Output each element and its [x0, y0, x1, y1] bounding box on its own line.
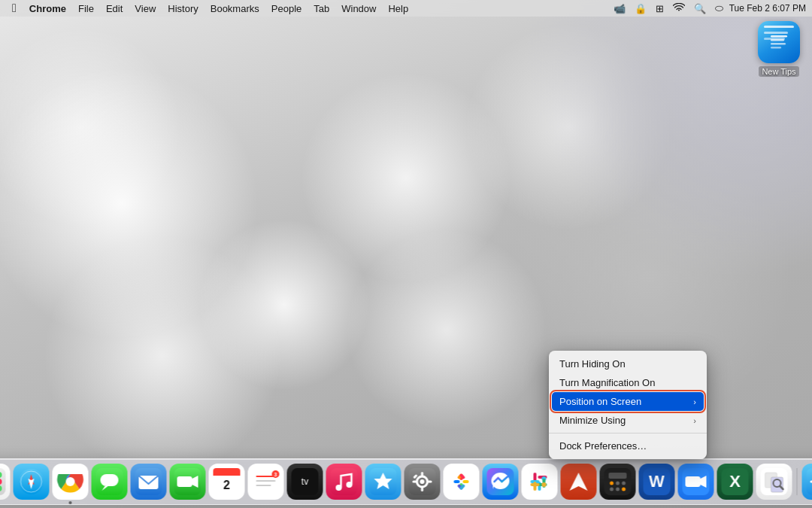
svg-rect-37 [214, 473, 241, 476]
svg-rect-2 [771, 43, 786, 45]
svg-rect-47 [331, 468, 358, 495]
svg-point-88 [622, 482, 626, 485]
menubar-chrome[interactable]: Chrome [24, 2, 71, 16]
dock-item-chrome[interactable] [53, 464, 89, 500]
svg-text:2: 2 [223, 479, 230, 491]
dock-item-settings[interactable] [404, 464, 441, 500]
dock-separator [797, 468, 798, 495]
dock-item-excel[interactable]: X [717, 464, 753, 500]
svg-rect-63 [463, 480, 469, 483]
dock-item-messenger[interactable] [483, 464, 519, 500]
menubar-people[interactable]: People [266, 2, 307, 16]
context-dock-preferences[interactable]: Dock Preferences… [549, 437, 707, 455]
dock: 2 3 tv [0, 458, 812, 505]
svg-rect-42 [256, 485, 271, 486]
svg-point-89 [610, 488, 614, 491]
dock-item-slack[interactable] [522, 464, 558, 500]
menubar-view[interactable]: View [129, 2, 161, 16]
svg-point-87 [616, 482, 620, 485]
svg-rect-57 [428, 481, 432, 483]
tips-icon-svg [768, 31, 790, 53]
svg-rect-33 [177, 476, 192, 487]
dock-context-menu[interactable]: Turn Hiding On Turn Magnification On Pos… [549, 351, 707, 459]
menubar-window[interactable]: Window [336, 2, 381, 16]
svg-rect-56 [413, 481, 417, 483]
dock-item-safari[interactable] [14, 464, 50, 500]
apple-menu[interactable]:  [6, 2, 23, 15]
tree-overlay [436, 0, 812, 376]
svg-point-53 [420, 479, 425, 484]
dock-item-photos[interactable] [444, 464, 480, 500]
svg-point-90 [616, 488, 620, 491]
svg-rect-59 [448, 468, 475, 495]
svg-point-26 [66, 477, 75, 486]
svg-rect-3 [771, 47, 781, 49]
menubar-right: 📹 🔒 ⊞ 🔍 ⬭ Tue Feb 2 6:07 PM [611, 2, 806, 14]
chevron-right-icon: › [693, 397, 696, 406]
dock-item-reminders[interactable]: 3 [248, 464, 284, 500]
new-tips-desktop-icon[interactable]: New Tips [758, 21, 800, 77]
menubar-datetime: Tue Feb 2 6:07 PM [729, 3, 806, 14]
dock-item-word[interactable]: W [639, 464, 675, 500]
svg-rect-54 [421, 472, 423, 476]
svg-point-48 [336, 485, 342, 491]
tips-icon-image [758, 21, 800, 63]
tips-lines [764, 38, 785, 40]
dock-item-superstar[interactable] [561, 464, 597, 500]
svg-text:tv: tv [301, 476, 308, 487]
svg-point-79 [542, 482, 547, 487]
context-turn-magnification-on[interactable]: Turn Magnification On [549, 373, 707, 392]
svg-rect-62 [454, 480, 460, 483]
menubar-edit[interactable]: Edit [101, 2, 128, 16]
svg-rect-41 [256, 480, 276, 482]
svg-rect-28 [101, 474, 119, 486]
dock-item-messages[interactable] [92, 464, 128, 500]
menubar-left:  Chrome File Edit View History Bookmark… [6, 2, 414, 16]
zoom-icon[interactable]: 📹 [611, 3, 629, 14]
dock-item-preview[interactable] [756, 464, 792, 500]
dock-item-zoom[interactable] [678, 464, 714, 500]
context-minimize-using[interactable]: Minimize Using › [549, 411, 707, 430]
lock-icon[interactable]: 🔒 [632, 3, 650, 14]
svg-rect-85 [609, 473, 627, 479]
dock-item-mail[interactable] [131, 464, 167, 500]
dock-item-appstore[interactable] [365, 464, 401, 500]
search-icon[interactable]: 🔍 [691, 3, 709, 14]
menubar-file[interactable]: File [73, 2, 99, 16]
menubar-tab[interactable]: Tab [308, 2, 335, 16]
menubar-bookmarks[interactable]: Bookmarks [205, 2, 265, 16]
wifi-icon[interactable] [670, 3, 688, 14]
menubar:  Chrome File Edit View History Bookmark… [0, 0, 812, 17]
svg-text:X: X [729, 472, 741, 491]
context-menu-separator [549, 433, 707, 433]
svg-text:W: W [649, 472, 665, 491]
svg-point-23 [30, 480, 33, 483]
chevron-right-icon-2: › [693, 416, 696, 425]
svg-point-49 [347, 482, 353, 488]
dock-item-appletv[interactable]: tv [287, 464, 323, 500]
context-turn-hiding-on[interactable]: Turn Hiding On [549, 354, 707, 373]
svg-point-86 [610, 482, 614, 485]
dock-item-calculator[interactable] [600, 464, 636, 500]
chrome-running-dot [69, 501, 72, 504]
dock-item-launchpad[interactable] [0, 464, 11, 500]
context-position-on-screen[interactable]: Position on Screen › [552, 392, 704, 411]
siri-icon[interactable]: ⬭ [712, 2, 726, 14]
svg-rect-55 [421, 487, 423, 491]
svg-rect-95 [686, 476, 701, 487]
menubar-help[interactable]: Help [383, 2, 414, 16]
dock-item-systemprefs2[interactable] [802, 464, 813, 500]
new-tips-label: New Tips [759, 66, 798, 77]
dock-item-facetime[interactable] [170, 464, 206, 500]
svg-text:3: 3 [274, 472, 277, 477]
menubar-history[interactable]: History [162, 2, 203, 16]
dock-item-music[interactable] [326, 464, 362, 500]
control-center-icon[interactable]: ⊞ [653, 3, 667, 14]
svg-point-91 [622, 488, 626, 491]
calendar-badge [233, 464, 244, 466]
svg-rect-81 [534, 482, 537, 491]
dock-item-calendar[interactable]: 2 [209, 464, 245, 500]
